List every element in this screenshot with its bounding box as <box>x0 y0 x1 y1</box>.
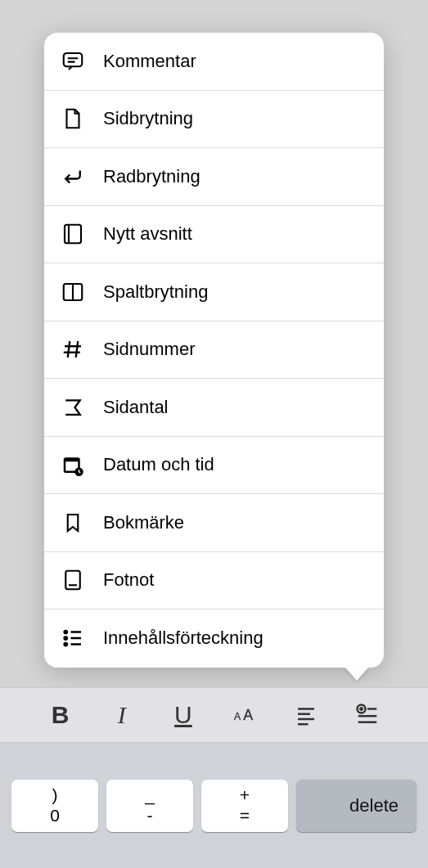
menu-item-column-break[interactable]: Spaltbrytning <box>44 263 384 322</box>
svg-rect-0 <box>64 53 83 66</box>
key-delete[interactable]: delete <box>296 780 417 832</box>
menu-item-date-time[interactable]: Datum och tid <box>44 437 384 495</box>
menu-item-line-break[interactable]: Radbrytning <box>44 148 384 206</box>
menu-label: Sidbrytning <box>103 108 193 129</box>
svg-line-8 <box>76 341 79 358</box>
page-number-icon <box>59 335 87 363</box>
toc-icon <box>59 624 87 652</box>
menu-label: Bokmärke <box>103 512 184 533</box>
section-break-icon <box>59 220 87 248</box>
menu-label: Radbrytning <box>103 166 200 187</box>
menu-label: Datum och tid <box>103 454 214 475</box>
svg-rect-3 <box>65 225 81 244</box>
text-size-button[interactable]: AA <box>214 703 276 727</box>
line-break-icon <box>59 163 87 191</box>
svg-point-18 <box>65 643 67 645</box>
menu-label: Spaltbrytning <box>103 281 208 303</box>
format-toolbar: B I U AA <box>0 687 428 743</box>
svg-text:A: A <box>234 711 241 722</box>
key-label: delete <box>349 795 399 816</box>
align-button[interactable] <box>276 703 337 727</box>
key-minus[interactable]: _ - <box>106 780 193 832</box>
key-upper: + <box>240 785 250 805</box>
menu-label: Sidnummer <box>103 339 195 360</box>
menu-label: Nytt avsnitt <box>103 223 192 245</box>
menu-item-comment[interactable]: Kommentar <box>44 33 384 91</box>
insert-button[interactable] <box>337 703 399 727</box>
key-lower: - <box>147 806 153 825</box>
menu-item-toc[interactable]: Innehållsförteckning <box>44 609 384 668</box>
svg-text:A: A <box>243 707 253 723</box>
popup-pointer <box>345 668 368 681</box>
key-equals[interactable]: + = <box>201 780 288 832</box>
page-break-icon <box>59 105 87 133</box>
footnote-icon <box>59 566 87 594</box>
menu-label: Sidantal <box>103 397 169 418</box>
menu-item-page-number[interactable]: Sidnummer <box>44 322 384 380</box>
italic-button[interactable]: I <box>91 701 152 729</box>
menu-label: Innehållsförteckning <box>103 627 264 649</box>
page-count-icon <box>59 394 87 421</box>
key-0[interactable]: ) 0 <box>11 780 98 832</box>
date-time-icon <box>59 451 87 479</box>
comment-icon <box>59 47 87 75</box>
key-lower: = <box>240 806 250 825</box>
column-break-icon <box>59 278 87 306</box>
svg-rect-14 <box>65 571 80 590</box>
menu-label: Kommentar <box>103 51 196 72</box>
svg-point-16 <box>65 631 67 633</box>
insert-menu-popup: Kommentar Sidbrytning Radbrytning Nytt a… <box>44 33 384 668</box>
bookmark-icon <box>59 509 87 537</box>
key-lower: 0 <box>50 806 60 825</box>
bold-button[interactable]: B <box>29 701 91 729</box>
svg-point-17 <box>65 637 67 640</box>
key-upper: ) <box>52 785 58 805</box>
svg-line-7 <box>68 341 70 358</box>
menu-item-page-break[interactable]: Sidbrytning <box>44 91 384 149</box>
menu-item-section-break[interactable]: Nytt avsnitt <box>44 206 384 264</box>
keyboard-row: ) 0 _ - + = delete <box>0 743 428 868</box>
menu-label: Fotnot <box>103 569 154 591</box>
key-upper: _ <box>145 785 155 805</box>
underline-button[interactable]: U <box>152 701 214 729</box>
menu-item-page-count[interactable]: Sidantal <box>44 379 384 437</box>
menu-item-bookmark[interactable]: Bokmärke <box>44 494 384 552</box>
menu-item-footnote[interactable]: Fotnot <box>44 552 384 610</box>
